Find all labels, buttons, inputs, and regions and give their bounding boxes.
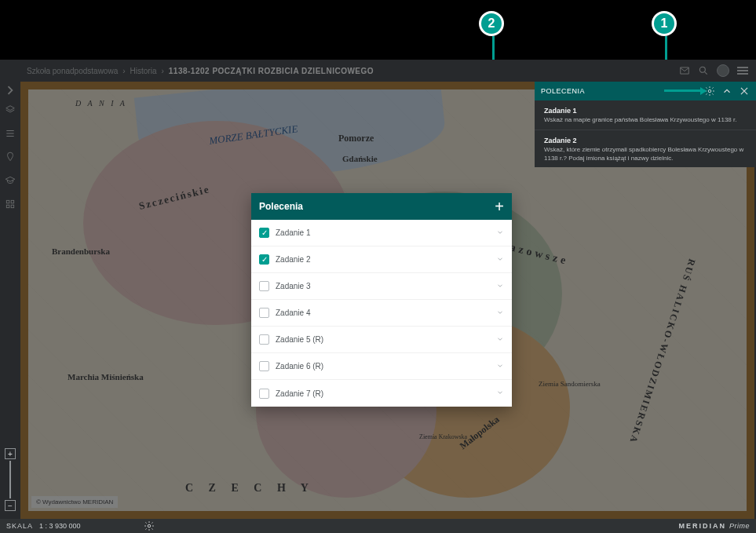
side-panel-title: POLECENIA [541,87,585,95]
side-task[interactable]: Zadanie 2Wskaż, które ziemie otrzymali s… [535,130,756,168]
modal-title: Polecenia [259,201,303,212]
side-task[interactable]: Zadanie 1Wskaż na mapie granice państwa … [535,100,756,130]
task-checkbox[interactable] [259,308,269,318]
scale-label: SKALA [6,522,33,530]
footer-gear-icon[interactable] [144,520,155,531]
task-checkbox[interactable] [259,334,269,345]
app-frame: Szkoła ponadpodstawowa › Historia › 1138… [0,60,756,533]
side-task-list: Zadanie 1Wskaż na mapie granice państwa … [535,100,756,167]
svg-point-6 [148,524,151,528]
task-label: Zadanie 6 (R) [276,362,323,371]
scale-value: 1 : 3 930 000 [39,522,81,530]
side-task-desc: Wskaż, które ziemie otrzymali spadkobier… [544,146,747,163]
modal-task-row[interactable]: Zadanie 6 (R) [251,353,512,380]
svg-point-5 [708,89,711,93]
footer-brand: MERIDIANPrime [678,522,750,530]
annotation-strip: 2 1 [0,0,756,60]
footer-bar: SKALA 1 : 3 930 000 MERIDIANPrime [0,519,756,533]
task-checkbox[interactable] [259,361,269,371]
add-task-button[interactable]: + [495,199,504,214]
task-label: Zadanie 1 [276,228,310,237]
side-panel-header: POLECENIA [535,82,756,100]
close-icon[interactable] [739,86,750,97]
chevron-down-icon[interactable] [496,389,504,398]
pin-1-bubble: 1 [652,11,677,36]
chevron-down-icon[interactable] [496,335,504,345]
brand-prime: Prime [729,522,750,530]
modal-task-row[interactable]: ✓Zadanie 2 [251,246,512,273]
task-checkbox[interactable] [259,389,269,399]
chevron-down-icon[interactable] [496,282,504,291]
zoom-control: + − [5,448,16,511]
modal-header: Polecenia + [251,193,512,220]
chevron-down-icon[interactable] [496,255,504,265]
modal-task-row[interactable]: Zadanie 3 [251,273,512,300]
brand-meridian: MERIDIAN [678,522,726,530]
modal-task-row[interactable]: Zadanie 7 (R) [251,380,512,407]
tasks-modal: Polecenia + ✓Zadanie 1✓Zadanie 2Zadanie … [251,193,512,407]
pin-2-bubble: 2 [479,11,504,36]
modal-task-row[interactable]: ✓Zadanie 1 [251,220,512,246]
task-label: Zadanie 5 (R) [276,335,323,344]
task-label: Zadanie 3 [276,282,310,290]
arrow-right-icon [700,87,707,95]
zoom-out-button[interactable]: − [5,500,16,511]
modal-task-list: ✓Zadanie 1✓Zadanie 2Zadanie 3Zadanie 4Za… [251,220,512,407]
task-label: Zadanie 7 (R) [276,389,323,398]
task-checkbox[interactable] [259,281,269,291]
chevron-down-icon[interactable] [496,308,504,318]
task-checkbox[interactable]: ✓ [259,228,269,238]
tasks-side-panel: POLECENIA Zadanie 1Wskaż na mapie granic… [535,82,756,167]
side-task-desc: Wskaż na mapie granice państwa Bolesława… [544,116,747,125]
side-task-title: Zadanie 2 [544,137,747,144]
collapse-up-icon[interactable] [721,86,732,97]
chevron-down-icon[interactable] [496,228,504,238]
modal-task-row[interactable]: Zadanie 4 [251,300,512,327]
annotation-leader-1 [664,89,705,92]
task-label: Zadanie 4 [276,308,310,317]
zoom-in-button[interactable]: + [5,448,16,459]
task-label: Zadanie 2 [276,255,310,264]
chevron-down-icon[interactable] [496,362,504,371]
task-checkbox[interactable]: ✓ [259,254,269,265]
side-task-title: Zadanie 1 [544,107,747,115]
modal-task-row[interactable]: Zadanie 5 (R) [251,327,512,353]
zoom-slider[interactable] [9,461,11,498]
